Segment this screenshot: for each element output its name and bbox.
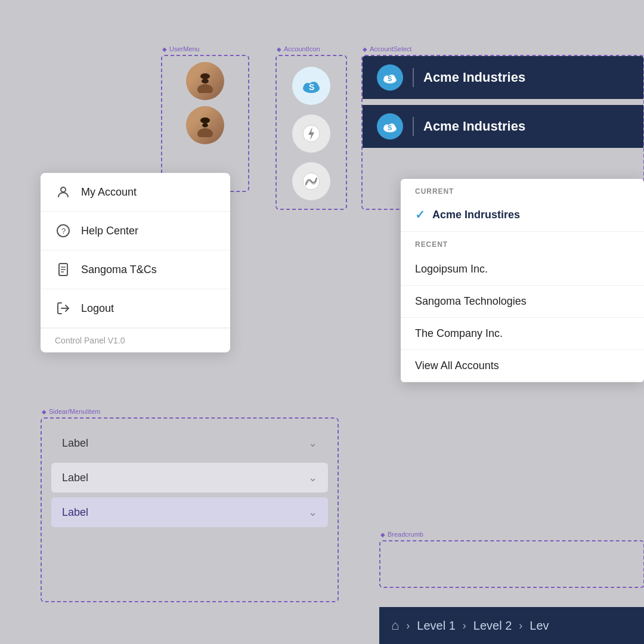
account-logo-top: S xyxy=(377,64,403,91)
sidebar-item-label-2: Label xyxy=(62,506,88,519)
sidebar-item-label-0: Label xyxy=(62,437,88,450)
avatar-top[interactable] xyxy=(186,62,224,100)
account-divider-second xyxy=(413,117,414,136)
svg-point-24 xyxy=(61,187,66,192)
sidebar-item-label-1: Label xyxy=(62,472,88,484)
breadcrumb-sep-1: › xyxy=(463,620,466,632)
avatar-bottom[interactable] xyxy=(186,106,224,144)
svg-point-7 xyxy=(200,117,210,123)
svg-text:S: S xyxy=(309,82,314,92)
breadcrumb-sep-0: › xyxy=(406,620,410,632)
document-icon xyxy=(55,261,72,278)
account-logo-second: S xyxy=(377,113,403,140)
wave-icon[interactable] xyxy=(292,162,330,200)
popup-recent-item-1[interactable]: Sangoma Technologies xyxy=(401,286,644,318)
breadcrumb-sep-2: › xyxy=(519,620,522,632)
breadcrumb-level-2[interactable]: Level 2 xyxy=(473,619,512,633)
chevron-icon-0: ⌄ xyxy=(308,436,317,450)
sidebar-frame-label: Sidear/MenuIitem xyxy=(42,408,100,415)
chevron-icon-1: ⌄ xyxy=(308,471,317,484)
svg-point-8 xyxy=(202,123,208,128)
user-menu-frame: UserMenu xyxy=(161,55,249,192)
dropdown-menu: My Account ? Help Center Sangoma T&Cs xyxy=(41,173,230,352)
check-icon: ✓ xyxy=(415,208,425,222)
popup-recent-item-0[interactable]: Logoipsum Inc. xyxy=(401,253,644,286)
breadcrumb-frame: Breadcrumb xyxy=(379,540,644,588)
account-header-bar-top[interactable]: S Acme Industries xyxy=(363,56,643,99)
sidebar-item-0[interactable]: Label ⌄ xyxy=(51,428,328,458)
dropdown-item-my-account[interactable]: My Account xyxy=(41,173,230,212)
account-divider-top xyxy=(413,68,414,87)
breadcrumb-level-3[interactable]: Lev xyxy=(530,619,549,633)
popup-current-label: CURRENT xyxy=(401,179,644,200)
svg-point-3 xyxy=(200,73,210,79)
dropdown-label-logout: Logout xyxy=(81,302,114,315)
svg-text:S: S xyxy=(388,124,392,131)
sidebar-menu-frame: Sidear/MenuIitem Label ⌄ Label ⌄ Label ⌄ xyxy=(41,417,339,602)
breadcrumb-bar: ⌂ › Level 1 › Level 2 › Lev xyxy=(379,607,644,644)
svg-point-6 xyxy=(197,128,213,137)
cloud-icon[interactable]: S xyxy=(292,67,330,105)
dropdown-item-logout[interactable]: Logout xyxy=(41,289,230,328)
popup-recent-label: RECENT xyxy=(401,232,644,253)
sidebar-item-1[interactable]: Label ⌄ xyxy=(51,463,328,493)
chevron-icon-2: ⌄ xyxy=(308,506,317,519)
account-icon-frame-label: AccountIcon xyxy=(277,45,320,52)
sidebar-items: Label ⌄ Label ⌄ Label ⌄ xyxy=(51,428,328,527)
help-icon: ? xyxy=(55,222,72,239)
avatar-stack xyxy=(186,62,224,144)
person-icon xyxy=(55,184,72,200)
home-icon[interactable]: ⌂ xyxy=(391,618,399,633)
dropdown-label-my-account: My Account xyxy=(81,186,137,199)
breadcrumb-frame-label: Breadcrumb xyxy=(380,531,423,538)
account-select-frame-label: AccountSelect xyxy=(363,45,411,52)
account-name-top: Acme Industries xyxy=(423,70,525,85)
icon-stack: S xyxy=(292,67,330,200)
dropdown-label-help-center: Help Center xyxy=(81,225,138,237)
popup-view-all[interactable]: View All Accounts xyxy=(401,350,644,382)
dropdown-item-tcs[interactable]: Sangoma T&Cs xyxy=(41,250,230,289)
svg-text:?: ? xyxy=(61,227,66,236)
breadcrumb-level-1[interactable]: Level 1 xyxy=(417,619,456,633)
account-popup: CURRENT ✓ Acme Indrustires RECENT Logoip… xyxy=(401,179,644,382)
popup-current-name: Acme Indrustires xyxy=(432,209,520,221)
popup-current-item[interactable]: ✓ Acme Indrustires xyxy=(401,200,644,232)
svg-point-1 xyxy=(197,84,213,93)
svg-text:S: S xyxy=(388,75,392,82)
svg-point-4 xyxy=(202,79,209,83)
bolt-icon[interactable] xyxy=(292,114,330,153)
dropdown-footer: Control Panel V1.0 xyxy=(41,328,230,352)
logout-icon xyxy=(55,300,72,317)
dropdown-item-help-center[interactable]: ? Help Center xyxy=(41,212,230,250)
dropdown-label-tcs: Sangoma T&Cs xyxy=(81,264,157,276)
popup-recent-item-2[interactable]: The Company Inc. xyxy=(401,318,644,350)
account-header-bar-second[interactable]: S Acme Industries xyxy=(363,105,643,148)
account-icon-frame: AccountIcon S xyxy=(275,55,347,210)
user-menu-frame-label: UserMenu xyxy=(162,45,200,52)
account-name-second: Acme Industries xyxy=(423,119,525,134)
sidebar-item-2[interactable]: Label ⌄ xyxy=(51,497,328,527)
